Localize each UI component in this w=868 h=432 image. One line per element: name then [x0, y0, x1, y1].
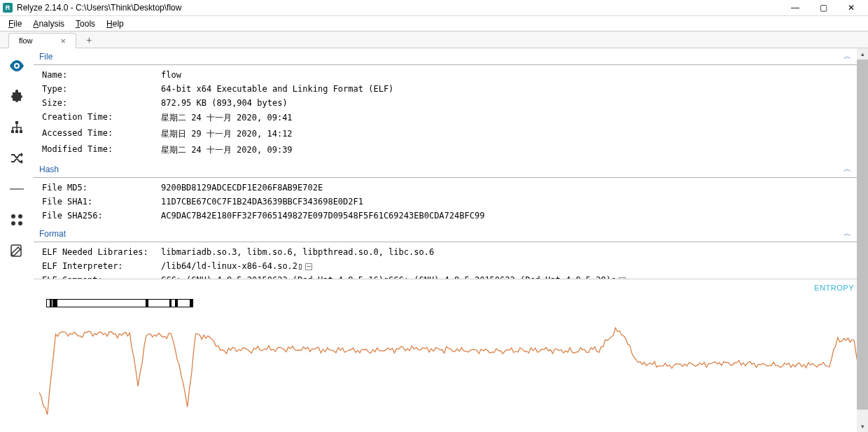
kv-key: Size: — [42, 98, 161, 108]
kv-key: Modified Time: — [42, 144, 161, 156]
kv-val: 11D7CBE67C0C7F1B24DA3639BBCF343698E0D2F1 — [161, 197, 857, 207]
kv-key: File SHA256: — [42, 211, 161, 221]
minimap-segment — [190, 300, 192, 307]
section-file-header[interactable]: File ︿ — [34, 48, 857, 65]
shuffle-icon[interactable] — [9, 151, 24, 166]
svg-rect-2 — [11, 130, 14, 133]
tab-flow[interactable]: flow × — [8, 33, 76, 48]
kv-val: 星期二 24 十一月 2020, 09:39 — [161, 144, 857, 156]
section-format-body: ELF Needed Libraries:libmariadb.so.3, li… — [34, 242, 857, 279]
menubar: File Analysis Tools Help — [0, 16, 868, 32]
kv-key: File MD5: — [42, 183, 161, 193]
minimap-segment — [50, 300, 52, 307]
entropy-chart — [39, 314, 862, 419]
section-format-header[interactable]: Format ︿ — [34, 225, 857, 242]
section-hash-header[interactable]: Hash ︿ — [34, 161, 857, 178]
app-icon: R — [3, 3, 13, 13]
kv-val: 9200BD8129ADCECDF1E206F8AB9E702E — [161, 183, 857, 193]
kv-row: File SHA256:AC9DAC7B42E180FF32F706514982… — [42, 209, 857, 223]
puzzle-icon[interactable] — [9, 89, 24, 104]
kv-key: Name: — [42, 70, 161, 80]
minimap-segment — [52, 300, 57, 307]
entropy-label: ENTROPY — [814, 284, 854, 292]
chevron-up-icon: ︿ — [844, 164, 851, 174]
close-button[interactable]: ✕ — [837, 0, 865, 15]
kv-val: 872.95 KB (893,904 bytes) — [161, 98, 857, 108]
minimap-segment — [146, 300, 148, 307]
minimize-button[interactable]: — — [781, 0, 809, 15]
hierarchy-icon[interactable] — [9, 120, 24, 135]
svg-point-0 — [15, 64, 18, 67]
info-pane: ▴ ▾ File ︿ Name:flow Type:64-bit x64 Exe… — [34, 48, 868, 279]
svg-point-9 — [18, 221, 22, 225]
maximize-button[interactable]: ▢ — [809, 0, 837, 15]
svg-rect-4 — [20, 130, 22, 133]
window-title: Relyze 2.14.0 - C:\Users\Think\Desktop\f… — [17, 3, 781, 13]
main: ▴ ▾ File ︿ Name:flow Type:64-bit x64 Exe… — [0, 48, 868, 432]
svg-point-8 — [11, 221, 15, 225]
entropy-pane: ENTROPY — [34, 279, 868, 432]
scroll-thumb[interactable] — [857, 60, 868, 410]
blocks-icon[interactable] — [9, 212, 24, 228]
tabbar: flow × + — [0, 32, 868, 48]
menu-help[interactable]: Help — [101, 18, 130, 30]
svg-point-7 — [18, 214, 22, 218]
kv-row: Type:64-bit x64 Executable and Linking F… — [42, 82, 857, 96]
kv-val: 星期日 29 十一月 2020, 14:12 — [161, 128, 857, 140]
kv-row: ELF Needed Libraries:libmariadb.so.3, li… — [42, 245, 857, 259]
window-controls: — ▢ ✕ — [781, 0, 865, 15]
outer-scrollbar[interactable]: ▴ ▾ — [857, 48, 868, 432]
kv-val: /lib64/ld-linux-x86-64.so.2▯⋯ — [161, 261, 857, 271]
menu-analysis[interactable]: Analysis — [27, 18, 70, 30]
sidebar — [0, 48, 34, 432]
titlebar: R Relyze 2.14.0 - C:\Users\Think\Desktop… — [0, 0, 868, 16]
kv-key: Creation Time: — [42, 112, 161, 124]
scroll-up-icon[interactable]: ▴ — [857, 48, 868, 60]
menu-file[interactable]: File — [3, 18, 27, 30]
kv-row: Modified Time:星期二 24 十一月 2020, 09:39 — [42, 142, 857, 158]
kv-row: File MD5:9200BD8129ADCECDF1E206F8AB9E702… — [42, 181, 857, 195]
kv-key: File SHA1: — [42, 197, 161, 207]
chevron-up-icon: ︿ — [844, 51, 851, 62]
kv-key: Type: — [42, 84, 161, 94]
menu-tools[interactable]: Tools — [70, 18, 101, 30]
minimap-segment — [169, 300, 172, 307]
section-file-label: File — [39, 52, 844, 62]
kv-row: ELF Interpreter:/lib64/ld-linux-x86-64.s… — [42, 259, 857, 273]
kv-val-text: /lib64/ld-linux-x86-64.so.2▯ — [161, 261, 302, 271]
kv-val: 64-bit x64 Executable and Linking Format… — [161, 84, 857, 94]
content-area: ▴ ▾ File ︿ Name:flow Type:64-bit x64 Exe… — [34, 48, 868, 432]
section-hash-body: File MD5:9200BD8129ADCECDF1E206F8AB9E702… — [34, 178, 857, 225]
divider-icon — [9, 181, 24, 197]
kv-key: ELF Needed Libraries: — [42, 247, 161, 257]
section-format-label: Format — [39, 229, 844, 239]
kv-val: 星期二 24 十一月 2020, 09:41 — [161, 112, 857, 124]
kv-key: ELF Interpreter: — [42, 261, 161, 271]
entropy-minimap[interactable] — [46, 299, 193, 307]
svg-point-6 — [11, 214, 15, 218]
overview-icon[interactable] — [9, 58, 24, 74]
minimap-segment — [175, 300, 178, 307]
kv-val: libmariadb.so.3, libm.so.6, libpthread.s… — [161, 247, 857, 257]
svg-rect-1 — [15, 121, 18, 124]
kv-row: File SHA1:11D7CBE67C0C7F1B24DA3639BBCF34… — [42, 195, 857, 209]
tab-label: flow — [19, 36, 33, 45]
kv-row: Creation Time:星期二 24 十一月 2020, 09:41 — [42, 110, 857, 126]
kv-row: Name:flow — [42, 68, 857, 82]
kv-key: Accessed Time: — [42, 128, 161, 140]
tab-add-button[interactable]: + — [79, 34, 99, 46]
svg-rect-3 — [15, 130, 18, 133]
kv-row: Accessed Time:星期日 29 十一月 2020, 14:12 — [42, 126, 857, 142]
kv-row: ELF Comment:GCC: (GNU) 4.8.5 20150623 (R… — [42, 273, 857, 279]
edit-icon[interactable] — [9, 243, 24, 258]
kv-val: flow — [161, 70, 857, 80]
svg-rect-5 — [10, 188, 24, 190]
section-hash-label: Hash — [39, 165, 844, 174]
kv-val: AC9DAC7B42E180FF32F7065149827E097D09548F… — [161, 211, 857, 221]
expand-icon[interactable]: ⋯ — [305, 263, 312, 270]
scroll-down-icon[interactable]: ▾ — [857, 421, 868, 432]
tab-close-icon[interactable]: × — [61, 36, 66, 46]
section-file-body: Name:flow Type:64-bit x64 Executable and… — [34, 65, 857, 161]
kv-row: Size:872.95 KB (893,904 bytes) — [42, 96, 857, 110]
chevron-up-icon: ︿ — [844, 228, 851, 239]
